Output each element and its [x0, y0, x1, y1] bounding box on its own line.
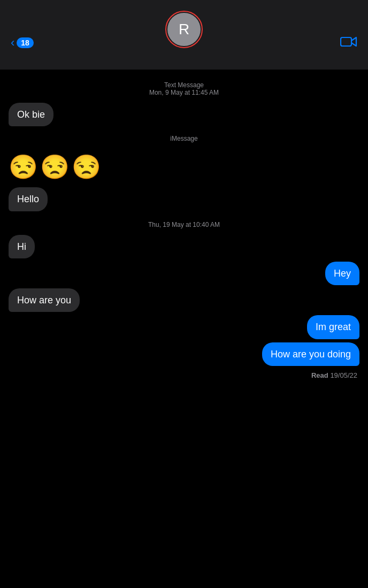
- bubble-incoming: Hi: [9, 235, 35, 258]
- timestamp-text-message: Text Message Mon, 9 May at 11:45 AM: [9, 81, 359, 96]
- message-row: How are you: [9, 288, 359, 312]
- contact-avatar-border: R: [165, 11, 203, 48]
- messages-container: Text Message Mon, 9 May at 11:45 AM Ok b…: [0, 70, 368, 588]
- bubble-outgoing: How are you doing: [262, 342, 359, 366]
- message-row: Hey: [9, 262, 359, 285]
- contact-center[interactable]: R: [163, 11, 205, 59]
- back-badge[interactable]: 18: [17, 37, 34, 48]
- bubble-incoming: Ok bie: [9, 103, 53, 126]
- read-receipt: Read 19/05/22: [9, 371, 359, 379]
- message-row: Hi: [9, 235, 359, 258]
- video-call-button[interactable]: [340, 35, 357, 51]
- read-date: 19/05/22: [330, 371, 357, 379]
- bubble-outgoing: Im great: [307, 315, 359, 339]
- read-label: Read: [311, 371, 328, 379]
- bubble-incoming: How are you: [9, 288, 80, 312]
- emoji-row: 😒😒😒: [9, 151, 359, 183]
- emoji-bubble: 😒😒😒: [9, 151, 103, 183]
- message-row: Hello: [9, 187, 359, 211]
- back-button[interactable]: ‹ 18: [11, 36, 34, 50]
- contact-name-bar: [163, 50, 205, 59]
- message-row: Ok bie: [9, 103, 359, 126]
- timestamp-thu: Thu, 19 May at 10:40 AM: [9, 221, 359, 228]
- avatar: R: [167, 13, 201, 46]
- svg-rect-0: [341, 37, 351, 46]
- message-row: How are you doing: [9, 342, 359, 366]
- imessage-label: iMessage: [9, 135, 359, 142]
- message-row: Im great: [9, 315, 359, 339]
- bubble-incoming: Hello: [9, 187, 48, 211]
- bubble-outgoing: Hey: [325, 262, 359, 285]
- header: ‹ 18 R: [0, 0, 368, 70]
- back-chevron-icon: ‹: [11, 36, 14, 50]
